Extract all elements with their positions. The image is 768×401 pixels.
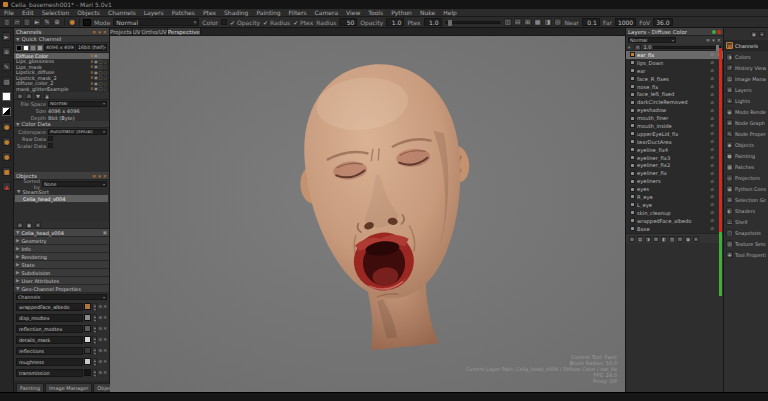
palette-tab[interactable]: ◉ Modo Render bbox=[724, 106, 768, 117]
color-data-section[interactable]: ▼ Color Data bbox=[14, 121, 109, 128]
palette-tab[interactable]: ▥ Texture Sets bbox=[724, 238, 768, 249]
clear-icon[interactable]: ✕ bbox=[103, 326, 107, 331]
layer-row[interactable]: tearDuctArea ⊘ bbox=[626, 138, 723, 146]
visibility-icon[interactable]: ⊘ bbox=[710, 123, 714, 128]
snapshot-icon[interactable]: □ bbox=[99, 75, 103, 80]
geo-channel-thumbnail[interactable] bbox=[84, 347, 91, 354]
resolution-dropdown[interactable]: 4096 x 4096▾ bbox=[44, 44, 75, 51]
layer-row[interactable]: eyeliner_fix ⊘ bbox=[626, 169, 723, 177]
mirror-y-icon[interactable]: ⊟ bbox=[514, 18, 522, 26]
gear-icon[interactable]: ≡ bbox=[92, 29, 96, 35]
cache-icon[interactable]: ▣ bbox=[94, 59, 98, 64]
geo-channel-thumbnail[interactable] bbox=[84, 369, 91, 376]
visibility-icon[interactable]: ⊘ bbox=[710, 187, 714, 192]
visibility-icon[interactable]: ⊘ bbox=[710, 84, 714, 89]
layer-row[interactable]: wrappedFace_albedo ⊘ bbox=[626, 217, 723, 225]
palette-tab[interactable]: ↺ History View bbox=[724, 62, 768, 73]
export-channel-icon[interactable]: ▲ bbox=[44, 93, 50, 99]
save-project-icon[interactable]: ▯ bbox=[23, 18, 31, 26]
menu-item[interactable]: Nuke bbox=[416, 9, 439, 17]
raw-data-checkbox[interactable] bbox=[48, 136, 53, 141]
palette-tab[interactable]: ☀ Lights bbox=[724, 95, 768, 106]
geo-channel-thumbnail[interactable] bbox=[84, 325, 91, 332]
collapse-icon[interactable]: ▾ bbox=[759, 31, 765, 37]
snapshot-icon[interactable]: □ bbox=[99, 53, 103, 58]
visibility-icon[interactable]: ⊘ bbox=[710, 194, 714, 199]
colorspace-dropdown[interactable]: Automatic (sRGB)▾ bbox=[48, 129, 107, 135]
visibility-icon[interactable]: ⊘ bbox=[710, 147, 714, 152]
visibility-icon[interactable]: ⊘ bbox=[710, 68, 714, 73]
new-project-icon[interactable]: ▯ bbox=[3, 18, 11, 26]
file-space-dropdown[interactable]: Normal▾ bbox=[48, 101, 107, 107]
add-mask-icon[interactable]: ◧ bbox=[661, 236, 667, 242]
geo-channel-name-field[interactable]: transmission bbox=[16, 369, 83, 377]
viewport-tab[interactable]: UV bbox=[133, 28, 142, 35]
scalar-data-checkbox[interactable] bbox=[48, 143, 53, 148]
viewport-canvas[interactable]: Current Tool: PaintBrush Radius: 50.0Cur… bbox=[110, 36, 625, 392]
menu-item[interactable]: Shading bbox=[220, 9, 252, 17]
visibility-icon[interactable]: ⊘ bbox=[710, 76, 714, 81]
dock-icon[interactable]: ▣ bbox=[751, 31, 757, 37]
paint-mode-dropdown[interactable]: Normal▾ bbox=[113, 18, 199, 26]
layer-row[interactable]: eyeliner_fix3 ⊘ bbox=[626, 154, 723, 162]
menu-item[interactable]: Camera bbox=[311, 9, 343, 17]
wireframe-icon[interactable]: ▦ bbox=[534, 18, 542, 26]
geo-channel-section-header[interactable]: ▼ Geo-Channel Properties bbox=[14, 285, 109, 293]
hud-icon[interactable]: ◎ bbox=[554, 18, 562, 26]
transform-tool-icon[interactable]: ⊕ bbox=[2, 47, 11, 56]
layer-row[interactable]: mouth_inside ⊘ bbox=[626, 122, 723, 130]
geo-channels-dropdown[interactable]: Channels▾ bbox=[16, 294, 107, 300]
stepper-control[interactable]: ▴▾ bbox=[92, 336, 97, 344]
menu-item[interactable]: Patches bbox=[168, 9, 199, 17]
geo-channel-name-field[interactable]: reflection_modtex bbox=[16, 325, 83, 333]
menu-item[interactable]: File bbox=[0, 9, 18, 17]
layer-row[interactable]: darkCircleRemoved ⊘ bbox=[626, 98, 723, 106]
layer-row[interactable]: face_R_fixes ⊘ bbox=[626, 75, 723, 83]
property-section-row[interactable]: ▶ Subdivision bbox=[14, 269, 109, 277]
snapshot-icon[interactable]: □ bbox=[99, 70, 103, 75]
geo-channel-thumbnail[interactable] bbox=[84, 303, 91, 310]
geo-channel-name-field[interactable]: details_mask bbox=[16, 336, 83, 344]
cache-icon[interactable]: ▣ bbox=[94, 64, 98, 69]
add-channel-icon[interactable]: ⊕ bbox=[17, 93, 23, 99]
visibility-icon[interactable]: ⊘ bbox=[710, 171, 714, 176]
visibility-icon[interactable]: ⊘ bbox=[710, 179, 714, 184]
layer-row[interactable]: ear ⊘ bbox=[626, 67, 723, 75]
lock-icon[interactable]: ▣ bbox=[103, 230, 107, 235]
menu-item[interactable]: Python bbox=[387, 9, 416, 17]
palette-tab[interactable]: ▣ Python Console bbox=[724, 183, 768, 194]
bitdepth-dropdown[interactable]: 16bit (half)▾ bbox=[76, 44, 107, 51]
palette-tab[interactable]: ◎ Projectors bbox=[724, 172, 768, 183]
sorted-by-dropdown[interactable]: None▾ bbox=[42, 181, 107, 187]
property-section-row[interactable]: ▶ Info bbox=[14, 245, 109, 253]
link-icon[interactable]: ⊕ bbox=[98, 348, 102, 353]
layer-row[interactable]: eyeline_fix4 ⊘ bbox=[626, 146, 723, 154]
merge-layers-icon[interactable]: ⊟ bbox=[677, 236, 683, 242]
clear-icon[interactable]: ✕ bbox=[103, 337, 107, 342]
cache-icon[interactable]: ▣ bbox=[94, 75, 98, 80]
erase-tool-icon[interactable]: ▨ bbox=[2, 77, 11, 86]
add-layer-icon[interactable]: ⊕ bbox=[629, 236, 635, 242]
layer-row[interactable]: lips_Down ⊘ bbox=[626, 59, 723, 67]
palette-tab[interactable]: ◑ Colors bbox=[724, 51, 768, 62]
brush-slider[interactable] bbox=[445, 21, 501, 24]
color-swatch[interactable] bbox=[30, 45, 36, 51]
stepper-control[interactable]: ▴▾ bbox=[92, 303, 97, 311]
visibility-icon[interactable]: ⊘ bbox=[710, 60, 714, 65]
layer-row[interactable]: nose_fix ⊘ bbox=[626, 83, 723, 91]
quick-channel-section[interactable]: ▼ Quick Channel bbox=[14, 36, 109, 43]
layer-row[interactable]: eyes ⊘ bbox=[626, 185, 723, 193]
clear-icon[interactable]: ✕ bbox=[103, 304, 107, 309]
viewport-tab[interactable]: Perspective bbox=[168, 28, 201, 35]
channel-filter-button[interactable]: R bbox=[634, 44, 641, 51]
gear-icon[interactable]: ≡ bbox=[92, 173, 96, 179]
cache-icon[interactable]: ▣ bbox=[94, 53, 98, 58]
add-procedural-icon[interactable]: ⊞ bbox=[653, 236, 659, 242]
visibility-icon[interactable]: ⊘ bbox=[710, 218, 714, 223]
property-section-row[interactable]: ▶ State bbox=[14, 261, 109, 269]
cache-icon[interactable]: ▣ bbox=[94, 81, 98, 86]
pipeline-icon[interactable]: ⊕ bbox=[53, 18, 61, 26]
cache-icon[interactable]: ▣ bbox=[94, 70, 98, 75]
visibility-icon[interactable]: ⊘ bbox=[710, 131, 714, 136]
visibility-icon[interactable]: ⊘ bbox=[710, 52, 714, 57]
